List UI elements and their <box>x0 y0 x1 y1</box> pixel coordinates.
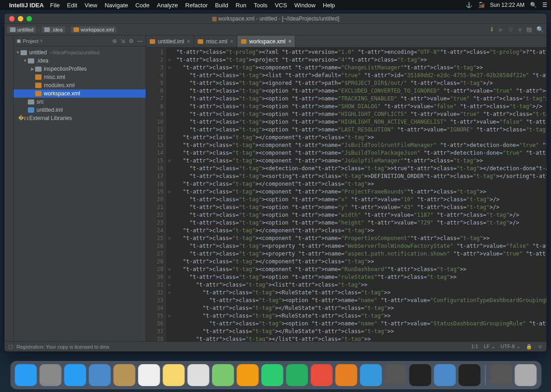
readonly-icon[interactable]: 🔒 <box>526 344 532 350</box>
menu-help[interactable]: Help <box>323 2 335 9</box>
dock-launchpad-icon[interactable] <box>39 364 61 386</box>
editor-tab-workspace-xml[interactable]: workspace.xml× <box>237 36 295 47</box>
breadcrumb-item[interactable]: untitled <box>7 26 36 33</box>
hector-icon[interactable]: ☺ <box>538 344 543 350</box>
menu-analyze[interactable]: Analyze <box>157 2 178 9</box>
menu-extra-icon[interactable]: 🚂 <box>478 2 485 8</box>
dock-maps-icon[interactable] <box>212 364 234 386</box>
tree-node-External Libraries[interactable]: �⫾⫾External Libraries <box>14 114 146 122</box>
dock-photos-icon[interactable] <box>236 364 258 386</box>
dock-reminders-icon[interactable] <box>187 364 209 386</box>
file-encoding[interactable]: UTF-8 ⌄ <box>501 344 520 350</box>
tree-node--idea[interactable]: ▼.idea <box>14 57 146 65</box>
tree-node-untitled[interactable]: ▼untitled~/IdeaProjects/untitled <box>14 48 146 57</box>
close-window-button[interactable] <box>9 16 15 21</box>
caret-position[interactable]: 1:1 <box>471 344 478 350</box>
menu-refactor[interactable]: Refactor <box>185 2 208 9</box>
dock-intellij-icon[interactable] <box>458 364 480 386</box>
dock-messages-icon[interactable] <box>261 364 283 386</box>
run-icon[interactable]: ▶ <box>499 26 504 33</box>
dock-ibooks-icon[interactable] <box>335 364 357 386</box>
minimize-window-button[interactable] <box>18 16 23 21</box>
menu-code[interactable]: Code <box>135 2 149 9</box>
menu-edit[interactable]: Edit <box>67 2 77 9</box>
menu-build[interactable]: Build <box>215 2 228 9</box>
navigation-bar: untitled›.idea›workspace.xml ⬇ ▶ ⚙ ■ ▤ 🔍 <box>5 24 546 36</box>
close-tab-icon[interactable]: × <box>288 38 291 45</box>
dock-trash-icon[interactable] <box>514 364 536 386</box>
fold-gutter[interactable]: ⊟⊟⊟⊟⊟⊟⊟⊟⊟⊟ <box>166 47 173 341</box>
editor-area: untitled.iml×misc.xml×workspace.xml× 123… <box>146 36 546 341</box>
menu-tools[interactable]: Tools <box>254 2 268 9</box>
project-pane-title[interactable]: Project <box>23 38 38 44</box>
menu-run[interactable]: Run <box>236 2 247 9</box>
dock-facetime-icon[interactable] <box>286 364 308 386</box>
window-title: ▦ workspace.xml - untitled - [~/IdeaProj… <box>5 16 546 22</box>
dock-mail-icon[interactable] <box>89 364 110 386</box>
collapse-all-icon[interactable]: ⇲ <box>121 38 125 44</box>
dock-notes-icon[interactable] <box>163 364 184 386</box>
project-tool-window: ▣ Project ▾ ⊕ ⇲ ⚙ — ▼untitled~/IdeaProje… <box>14 36 146 341</box>
dock-appstore-icon[interactable] <box>360 364 382 386</box>
tree-node-workspace-xml[interactable]: workspace.xml <box>14 89 146 98</box>
line-number-gutter[interactable]: 1234567891011121314151617181920212223242… <box>146 47 166 341</box>
tree-node-inspectionProfiles[interactable]: ▶inspectionProfiles <box>14 65 146 73</box>
dock-safari-icon[interactable] <box>64 364 86 386</box>
breadcrumb-item[interactable]: .idea <box>42 26 65 33</box>
project-tree[interactable]: ▼untitled~/IdeaProjects/untitled▼.idea▶i… <box>14 47 146 341</box>
tool-window-strip-left[interactable] <box>5 36 14 341</box>
menu-window[interactable]: Window <box>294 2 315 9</box>
hide-icon[interactable]: — <box>137 38 143 44</box>
menu-vcs[interactable]: VCS <box>275 2 287 9</box>
tree-node-modules-xml[interactable]: modules.xml <box>14 81 146 89</box>
menu-navigate[interactable]: Navigate <box>105 2 128 9</box>
build-icon[interactable]: ⬇ <box>489 26 494 33</box>
zoom-window-button[interactable] <box>26 16 32 21</box>
tree-node-src[interactable]: src <box>14 98 146 106</box>
status-bar: ▢ Registration: Your copy is licensed to… <box>5 341 546 351</box>
tool-window-quick-icon[interactable]: ▢ <box>8 344 13 350</box>
settings-icon[interactable]: ⚙ <box>129 38 134 44</box>
menu-extra-icon[interactable]: ⚓ <box>466 2 472 8</box>
status-message: Registration: Your copy is licensed to d… <box>16 344 110 350</box>
dock-xcode-icon[interactable] <box>434 364 456 386</box>
toolbar: ⬇ ▶ ⚙ ■ ▤ 🔍 <box>489 26 544 33</box>
dock-contacts-icon[interactable] <box>113 364 135 386</box>
app-window: ▦ workspace.xml - untitled - [~/IdeaProj… <box>5 14 546 351</box>
dock-itunes-icon[interactable] <box>310 364 332 386</box>
debug-icon[interactable]: ⚙ <box>508 26 514 33</box>
menu-view[interactable]: View <box>84 2 97 9</box>
dock-terminal-icon[interactable] <box>409 364 431 386</box>
dock-settings-icon[interactable] <box>384 364 406 386</box>
structure-icon[interactable]: ▤ <box>526 26 532 33</box>
code-editor[interactable]: 1234567891011121314151617181920212223242… <box>146 47 546 341</box>
code-content[interactable]: "t-attr">class="t-prolog"><?xml "t-attr"… <box>173 47 546 341</box>
project-view-icon: ▣ <box>16 38 21 44</box>
menu-file[interactable]: File <box>50 2 60 9</box>
tree-node-untitled-iml[interactable]: untitled.iml <box>14 106 146 114</box>
tree-node-misc-xml[interactable]: misc.xml <box>14 73 146 81</box>
macos-menubar: IntelliJ IDEA FileEditViewNavigateCodeAn… <box>0 0 551 10</box>
dock-folder-icon[interactable] <box>490 364 512 386</box>
dock-finder-icon[interactable] <box>15 364 37 386</box>
search-icon[interactable]: 🔍 <box>536 26 544 33</box>
spotlight-icon[interactable]: 🔍 <box>530 2 537 8</box>
editor-tabs: untitled.iml×misc.xml×workspace.xml× <box>146 36 546 47</box>
macos-dock <box>10 361 541 389</box>
dock-calendar-icon[interactable] <box>138 364 160 386</box>
app-name[interactable]: IntelliJ IDEA <box>9 2 44 9</box>
stop-icon[interactable]: ■ <box>518 26 522 33</box>
editor-tab-misc-xml[interactable]: misc.xml× <box>194 36 237 47</box>
scroll-to-source-icon[interactable]: ⊕ <box>112 38 117 44</box>
clock[interactable]: Sun 12:22 AM <box>490 2 525 8</box>
editor-tab-untitled-iml[interactable]: untitled.iml× <box>146 36 194 47</box>
window-titlebar: ▦ workspace.xml - untitled - [~/IdeaProj… <box>5 14 546 24</box>
breadcrumb-item[interactable]: workspace.xml <box>71 26 117 33</box>
menu-icon[interactable]: ☰ <box>542 2 547 8</box>
close-tab-icon[interactable]: × <box>230 38 233 45</box>
close-tab-icon[interactable]: × <box>187 38 190 45</box>
line-separator[interactable]: LF ⌄ <box>484 344 495 350</box>
